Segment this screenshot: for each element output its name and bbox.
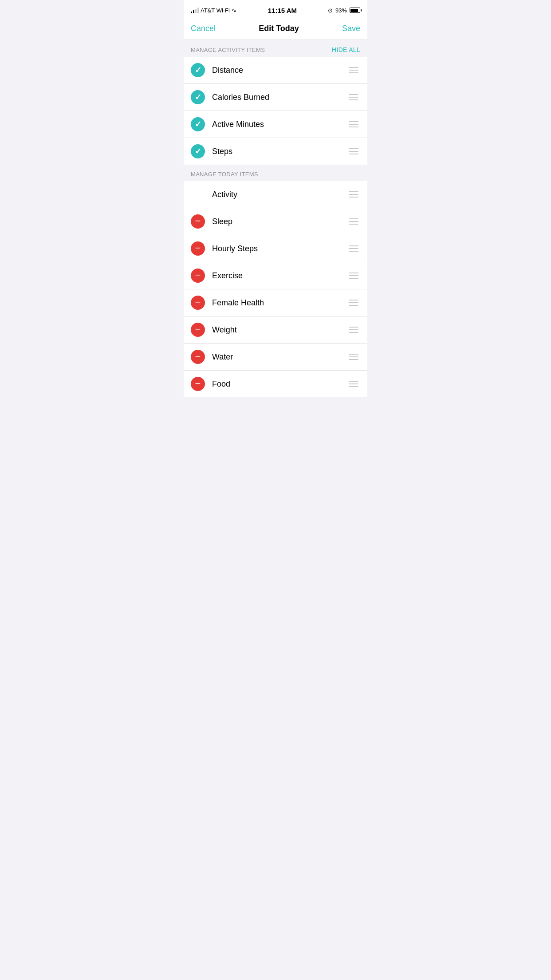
- check-toggle-active-minutes[interactable]: ✓: [191, 117, 205, 131]
- check-icon: ✓: [195, 147, 201, 155]
- activity-section-title: MANAGE ACTIVITY ITEMS: [191, 47, 265, 53]
- minus-icon: −: [195, 297, 201, 307]
- drag-line: [349, 305, 358, 306]
- remove-toggle-sleep[interactable]: −: [191, 214, 205, 229]
- drag-line: [349, 245, 358, 246]
- list-item: − Weight: [184, 316, 367, 344]
- drag-line: [349, 197, 358, 198]
- activity-section-header: MANAGE ACTIVITY ITEMS HIDE ALL: [184, 40, 367, 57]
- today-section-header: MANAGE TODAY ITEMS: [184, 165, 367, 181]
- list-item: Activity: [184, 181, 367, 208]
- check-icon: ✓: [195, 66, 201, 74]
- minus-icon: −: [195, 324, 201, 334]
- drag-line: [349, 383, 358, 384]
- remove-toggle-hourly-steps[interactable]: −: [191, 241, 205, 256]
- drag-handle-activity[interactable]: [347, 190, 360, 199]
- status-bar-right: ⊙ 93%: [328, 7, 360, 14]
- sections-container: MANAGE ACTIVITY ITEMS HIDE ALL ✓ Distanc…: [184, 40, 367, 397]
- drag-line: [349, 278, 358, 279]
- drag-handle-female-health[interactable]: [347, 298, 360, 308]
- minus-icon: −: [195, 379, 201, 388]
- check-toggle-distance[interactable]: ✓: [191, 63, 205, 77]
- remove-toggle-food[interactable]: −: [191, 377, 205, 391]
- minus-icon: −: [195, 216, 201, 226]
- drag-handle-distance[interactable]: [347, 65, 360, 75]
- remove-toggle-exercise[interactable]: −: [191, 269, 205, 283]
- drag-line: [349, 154, 358, 154]
- drag-line: [349, 218, 358, 219]
- status-bar-time: 11:15 AM: [268, 7, 297, 14]
- minus-icon: −: [195, 352, 201, 361]
- drag-line: [349, 248, 358, 249]
- drag-handle-weight[interactable]: [347, 325, 360, 335]
- drag-line: [349, 300, 358, 300]
- drag-line: [349, 121, 358, 122]
- item-label-sleep: Sleep: [212, 217, 347, 226]
- drag-line: [349, 381, 358, 382]
- list-item: ✓ Distance: [184, 57, 367, 84]
- signal-bar-2: [193, 10, 194, 13]
- drag-handle-sleep[interactable]: [347, 217, 360, 226]
- drag-line: [349, 251, 358, 252]
- remove-toggle-female-health[interactable]: −: [191, 296, 205, 310]
- check-toggle-calories[interactable]: ✓: [191, 90, 205, 104]
- item-label-water: Water: [212, 352, 347, 362]
- check-icon: ✓: [195, 120, 201, 128]
- nav-bar: Cancel Edit Today Save: [184, 20, 367, 40]
- drag-line: [349, 386, 358, 387]
- cancel-button[interactable]: Cancel: [191, 24, 216, 33]
- drag-handle-food[interactable]: [347, 379, 360, 389]
- drag-line: [349, 124, 358, 125]
- page-title: Edit Today: [259, 24, 299, 33]
- today-section-title: MANAGE TODAY ITEMS: [191, 171, 258, 178]
- list-item: ✓ Calories Burned: [184, 84, 367, 111]
- save-button[interactable]: Save: [342, 24, 360, 33]
- status-bar-left: AT&T Wi-Fi ∿: [191, 7, 237, 14]
- signal-bar-3: [195, 9, 197, 13]
- signal-bar-1: [191, 12, 192, 13]
- drag-line: [349, 329, 358, 330]
- check-icon: ✓: [195, 93, 201, 101]
- drag-line: [349, 359, 358, 360]
- remove-toggle-water[interactable]: −: [191, 350, 205, 364]
- drag-line: [349, 67, 358, 68]
- lock-rotation-icon: ⊙: [328, 7, 333, 14]
- battery-icon: [350, 8, 360, 13]
- drag-handle-calories[interactable]: [347, 92, 360, 102]
- drag-line: [349, 97, 358, 98]
- drag-line: [349, 151, 358, 152]
- list-item: − Sleep: [184, 208, 367, 235]
- activity-items-list: ✓ Distance ✓ Calories Burned ✓: [184, 57, 367, 165]
- drag-line: [349, 94, 358, 95]
- drag-line: [349, 191, 358, 192]
- drag-handle-steps[interactable]: [347, 146, 360, 156]
- item-label-female-health: Female Health: [212, 298, 347, 308]
- list-item: − Food: [184, 371, 367, 397]
- item-label-weight: Weight: [212, 325, 347, 335]
- drag-line: [349, 72, 358, 73]
- remove-toggle-weight[interactable]: −: [191, 323, 205, 337]
- item-label-exercise: Exercise: [212, 271, 347, 281]
- drag-line: [349, 70, 358, 71]
- check-toggle-steps[interactable]: ✓: [191, 144, 205, 158]
- drag-handle-hourly-steps[interactable]: [347, 244, 360, 253]
- today-items-list: Activity − Sleep − Hourly Steps: [184, 181, 367, 397]
- drag-handle-exercise[interactable]: [347, 271, 360, 281]
- drag-line: [349, 224, 358, 225]
- signal-bar-4: [197, 8, 199, 13]
- drag-handle-water[interactable]: [347, 352, 360, 362]
- drag-line: [349, 273, 358, 273]
- battery-body: [350, 8, 360, 13]
- icon-placeholder-activity: [191, 187, 205, 202]
- drag-line: [349, 302, 358, 303]
- drag-line: [349, 332, 358, 333]
- drag-line: [349, 327, 358, 328]
- drag-line: [349, 354, 358, 355]
- battery-fill: [350, 9, 358, 12]
- drag-handle-active-minutes[interactable]: [347, 119, 360, 129]
- list-item: − Hourly Steps: [184, 235, 367, 262]
- hide-all-button[interactable]: HIDE ALL: [332, 46, 360, 53]
- item-label-steps: Steps: [212, 147, 347, 156]
- status-bar: AT&T Wi-Fi ∿ 11:15 AM ⊙ 93%: [184, 0, 367, 20]
- battery-percentage: 93%: [335, 7, 347, 14]
